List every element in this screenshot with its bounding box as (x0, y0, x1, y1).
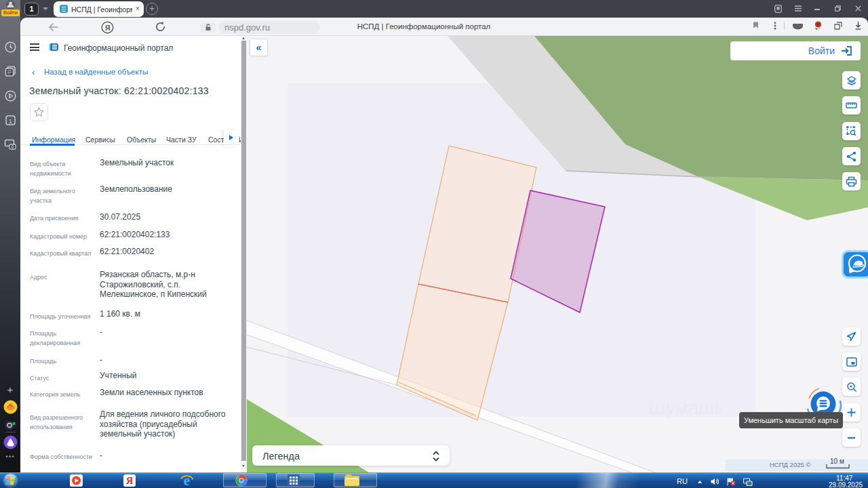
svg-text:e: e (184, 473, 190, 487)
svg-text:Шумашь: Шумашь (648, 397, 724, 418)
svg-text:Я: Я (105, 24, 111, 32)
svg-text:Я: Я (126, 476, 133, 486)
svg-text:1: 1 (8, 117, 12, 125)
